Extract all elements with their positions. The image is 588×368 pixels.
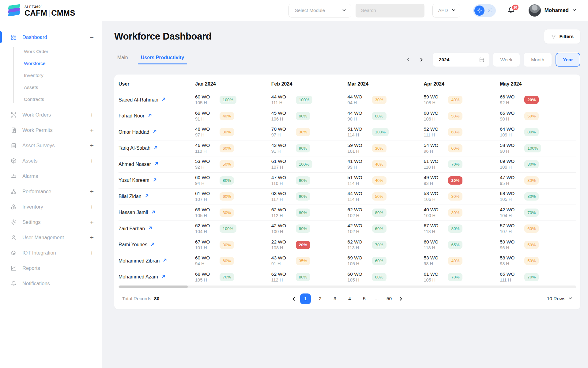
search-input[interactable]: [356, 4, 424, 17]
sidebar-item-user-management[interactable]: User Management+: [0, 230, 102, 245]
module-select-dropdown[interactable]: Select Module: [288, 4, 351, 17]
page-5-button[interactable]: 5: [359, 293, 370, 304]
sidebar-item-performance[interactable]: Performance+: [0, 184, 102, 199]
sidebar-item-iot-integration[interactable]: IOT Integration+: [0, 245, 102, 260]
month-cell: 53 WO106 H30%: [424, 190, 500, 202]
month-cell: 60 WO105 H60%: [348, 271, 424, 283]
sidebar-subitem-inventory[interactable]: Inventory: [24, 69, 102, 81]
sidebar-item-work-permits[interactable]: Work Permits+: [0, 122, 102, 138]
previous-period-button[interactable]: [404, 55, 413, 64]
page-2-button[interactable]: 2: [315, 293, 326, 304]
sidebar-item-inventory[interactable]: Inventory+: [0, 199, 102, 214]
work-orders-count: 59 WO: [348, 142, 367, 148]
sidebar-subitem-workforce[interactable]: Workforce: [24, 57, 102, 69]
month-button[interactable]: Month: [524, 53, 552, 67]
work-orders-count: 69 WO: [195, 207, 215, 213]
sidebar-item-notifications[interactable]: Notifications: [0, 276, 102, 291]
user-link-omar-haddad[interactable]: Omar Haddad: [119, 129, 195, 135]
brand-logo[interactable]: ALEF360° CAFM|CMMS: [0, 0, 102, 20]
collapse-minus-icon[interactable]: −: [90, 34, 94, 40]
productivity-badge: 100%: [296, 96, 313, 104]
theme-toggle[interactable]: [473, 4, 496, 17]
filters-button[interactable]: Filters: [544, 29, 580, 44]
user-link-saeed-al-rahman[interactable]: Saeed Al-Rahman: [119, 97, 195, 103]
hours-count: 100 H: [424, 213, 443, 219]
user-link-fahad-noor[interactable]: Fahad Noor: [119, 113, 195, 119]
month-cell: 57 WO107 H60%: [500, 223, 576, 235]
sidebar-subitem-assets[interactable]: Assets: [24, 81, 102, 93]
tab-users-productivity[interactable]: Users Productivity: [141, 55, 184, 64]
column-header-feb-2024: Feb 2024: [271, 81, 348, 87]
hours-count: 105 H: [500, 197, 519, 202]
dark-mode-moon-icon[interactable]: [485, 6, 494, 15]
hours-count: 94 H: [348, 100, 367, 106]
sidebar-item-asset-surveys[interactable]: Asset Surveys+: [0, 138, 102, 153]
year-picker[interactable]: 2024: [433, 53, 489, 67]
sidebar-nav: Dashboard−Work OrderWorkforceInventoryAs…: [0, 29, 102, 291]
user-link-rami-younes[interactable]: Rami Younes: [119, 242, 195, 248]
work-orders-count: 67 WO: [195, 239, 215, 245]
work-orders-count: 53 WO: [195, 158, 215, 164]
page-4-button[interactable]: 4: [344, 293, 355, 304]
user-link-bilal-zidan[interactable]: Bilal Zidan: [119, 194, 195, 199]
table-row: Zaid Farhan62 WO104 H100%42 WO100 H90%42…: [119, 220, 576, 237]
sidebar-subitem-contracts[interactable]: Contracts: [24, 93, 102, 105]
currency-dropdown[interactable]: AED: [432, 4, 460, 17]
light-mode-sun-icon[interactable]: [474, 6, 484, 16]
user-name: Mohammed Azam: [119, 274, 158, 280]
scrollbar-thumb[interactable]: [119, 286, 188, 288]
user-link-hassan-jamil[interactable]: Hassan Jamil: [119, 210, 195, 216]
sidebar-item-settings[interactable]: Settings+: [0, 214, 102, 230]
week-button[interactable]: Week: [493, 53, 520, 67]
page-1-button[interactable]: 1: [300, 293, 311, 304]
year-button[interactable]: Year: [556, 53, 580, 67]
user-menu[interactable]: Mohamed: [529, 4, 576, 17]
hours-count: 102 H: [348, 213, 367, 219]
work-orders-count: 62 WO: [271, 271, 291, 277]
notifications-bell-icon[interactable]: 10: [507, 6, 515, 15]
user-link-ahmed-nasser[interactable]: Ahmed Nasser: [119, 161, 195, 167]
work-orders-count: 44 WO: [348, 94, 367, 100]
expand-plus-icon[interactable]: +: [90, 188, 94, 195]
page-50-button[interactable]: 50: [384, 293, 394, 304]
work-orders-count: 64 WO: [500, 126, 519, 132]
horizontal-scrollbar[interactable]: [119, 286, 576, 288]
user-link-zaid-farhan[interactable]: Zaid Farhan: [119, 226, 195, 232]
sidebar-item-reports[interactable]: Reports: [0, 260, 102, 276]
rows-per-page-dropdown[interactable]: 10 Rows: [547, 296, 572, 301]
dashboard-grid-icon: [10, 34, 17, 40]
table-row: Fahad Noor69 WO91 H40%45 WO106 H90%44 WO…: [119, 108, 576, 124]
expand-plus-icon[interactable]: +: [90, 234, 94, 241]
expand-plus-icon[interactable]: +: [90, 142, 94, 149]
user-link-tariq-al-sabah[interactable]: Tariq Al-Sabah: [119, 145, 195, 151]
productivity-badge: 50%: [524, 257, 539, 265]
user-link-mohammed-azam[interactable]: Mohammed Azam: [119, 274, 195, 280]
next-page-button[interactable]: [398, 297, 403, 301]
sidebar-item-work-orders[interactable]: Work Orders+: [0, 107, 102, 122]
expand-plus-icon[interactable]: +: [90, 219, 94, 225]
expand-plus-icon[interactable]: +: [90, 250, 94, 256]
user-link-yusuf-kareem[interactable]: Yusuf Kareem: [119, 178, 195, 183]
previous-page-button[interactable]: [292, 297, 296, 301]
hours-count: 108 H: [424, 100, 443, 106]
table-row: Mohammed Azam68 WO105 H70%62 WO112 H80%6…: [119, 269, 576, 285]
expand-plus-icon[interactable]: +: [90, 158, 94, 164]
hours-count: 104 H: [500, 213, 519, 219]
tab-main[interactable]: Main: [117, 55, 128, 64]
sidebar-item-alarms[interactable]: Alarms: [0, 168, 102, 184]
next-period-button[interactable]: [417, 55, 426, 64]
hours-count: 93 H: [424, 181, 443, 186]
month-cell: 58 WO90 H100%: [500, 142, 576, 154]
page-3-button[interactable]: 3: [330, 293, 340, 304]
expand-plus-icon[interactable]: +: [90, 127, 94, 133]
expand-plus-icon[interactable]: +: [90, 112, 94, 118]
sidebar-item-dashboard[interactable]: Dashboard−: [0, 29, 102, 45]
expand-plus-icon[interactable]: +: [90, 204, 94, 210]
user-link-mohammed-zibran[interactable]: Mohammed Zibran: [119, 258, 195, 264]
sidebar-subitem-work-order[interactable]: Work Order: [24, 45, 102, 57]
hours-count: 106 H: [424, 197, 443, 202]
sidebar-item-label: Performance: [22, 189, 85, 194]
hours-count: 96 H: [424, 148, 443, 154]
month-cell: 69 WO105 H60%: [348, 255, 424, 267]
sidebar-item-assets[interactable]: Assets+: [0, 153, 102, 168]
